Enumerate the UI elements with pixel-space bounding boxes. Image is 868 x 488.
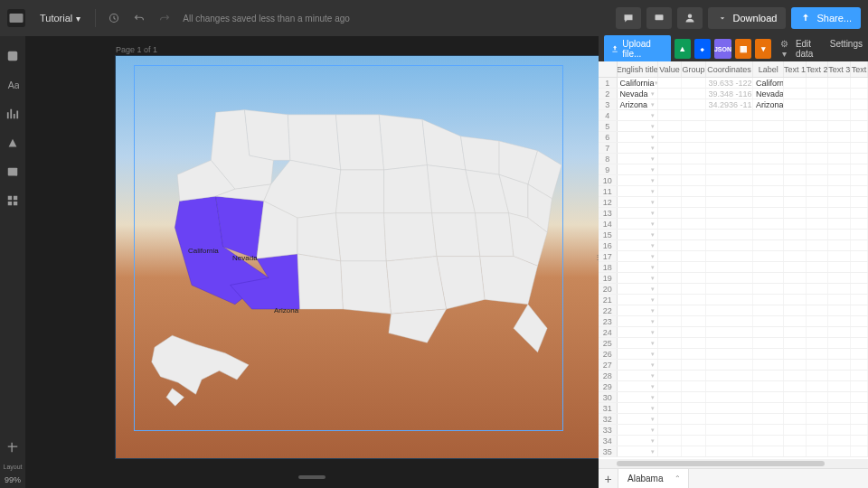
cell-group[interactable] bbox=[682, 305, 706, 315]
cell-text2[interactable] bbox=[807, 175, 829, 185]
cell-group[interactable] bbox=[682, 208, 706, 218]
zoom-level[interactable]: 99% bbox=[0, 475, 25, 484]
cell-text4[interactable] bbox=[851, 425, 868, 435]
cell-coord[interactable] bbox=[706, 360, 754, 370]
cell-text3[interactable] bbox=[828, 121, 851, 131]
table-row[interactable]: 6▾ bbox=[599, 132, 868, 143]
more-sources-button[interactable]: ▾ bbox=[755, 39, 771, 59]
col-label[interactable]: Label bbox=[753, 61, 784, 77]
cell-text1[interactable] bbox=[784, 110, 807, 120]
cell-text1[interactable] bbox=[784, 284, 807, 294]
cell-value[interactable] bbox=[658, 110, 683, 120]
table-row[interactable]: 14▾ bbox=[599, 219, 868, 230]
cell-text2[interactable] bbox=[807, 110, 829, 120]
cell-label[interactable] bbox=[753, 219, 784, 229]
cell-text1[interactable] bbox=[784, 338, 807, 348]
cell-title[interactable]: ▾ bbox=[618, 110, 658, 120]
cell-text1[interactable] bbox=[784, 251, 807, 261]
app-logo-icon[interactable] bbox=[7, 9, 25, 27]
collaborators-button[interactable] bbox=[677, 7, 703, 29]
document-title-dropdown[interactable]: Tutorial ▾ bbox=[33, 9, 88, 27]
cell-group[interactable] bbox=[682, 360, 706, 370]
cell-text4[interactable] bbox=[851, 230, 868, 239]
cell-text3[interactable] bbox=[828, 371, 851, 380]
cell-group[interactable] bbox=[682, 414, 706, 424]
cell-label[interactable] bbox=[753, 230, 784, 239]
table-row[interactable]: 4▾ bbox=[599, 110, 868, 121]
cell-text3[interactable] bbox=[828, 403, 851, 413]
cell-title[interactable]: ▾ bbox=[618, 349, 658, 359]
cell-text4[interactable] bbox=[851, 338, 868, 348]
cell-group[interactable] bbox=[682, 349, 706, 359]
cell-text1[interactable] bbox=[784, 262, 807, 272]
cell-value[interactable] bbox=[658, 349, 683, 359]
cell-text1[interactable] bbox=[784, 99, 807, 109]
cell-label[interactable] bbox=[753, 273, 784, 283]
cell-text3[interactable] bbox=[828, 78, 851, 88]
cell-text3[interactable] bbox=[828, 316, 851, 326]
cell-group[interactable] bbox=[682, 175, 706, 185]
cell-value[interactable] bbox=[658, 436, 683, 446]
cell-text4[interactable] bbox=[851, 349, 868, 359]
canvas-area[interactable]: Page 1 of 1 bbox=[25, 36, 599, 488]
cell-text2[interactable] bbox=[807, 197, 829, 207]
cell-coord[interactable] bbox=[706, 327, 754, 337]
cell-text4[interactable] bbox=[851, 327, 868, 337]
cell-label[interactable] bbox=[753, 381, 784, 391]
cell-coord[interactable] bbox=[706, 436, 754, 446]
json-source-button[interactable]: JSON bbox=[714, 39, 731, 59]
cell-text4[interactable] bbox=[851, 99, 868, 109]
cell-coord[interactable] bbox=[706, 414, 754, 424]
cell-text3[interactable] bbox=[828, 197, 851, 207]
cell-value[interactable] bbox=[658, 305, 683, 315]
cell-text3[interactable] bbox=[828, 414, 851, 424]
cell-label[interactable] bbox=[753, 208, 784, 218]
cell-coord[interactable] bbox=[706, 392, 754, 402]
cell-title[interactable]: ▾ bbox=[618, 208, 658, 218]
cell-group[interactable] bbox=[682, 327, 706, 337]
canvas-resize-handle[interactable] bbox=[298, 475, 326, 479]
cell-text2[interactable] bbox=[807, 381, 829, 391]
cell-coord[interactable] bbox=[706, 425, 754, 435]
cell-text4[interactable] bbox=[851, 305, 868, 315]
table-row[interactable]: 2Nevada▾39.348 -116.6504Nevada bbox=[599, 89, 868, 99]
grid-body[interactable]: 1California▾39.633 -122.032California2Ne… bbox=[599, 78, 868, 459]
cell-group[interactable] bbox=[682, 78, 706, 88]
download-button[interactable]: Download bbox=[708, 7, 787, 29]
cell-text3[interactable] bbox=[828, 143, 851, 153]
cell-text1[interactable] bbox=[784, 132, 807, 142]
table-row[interactable]: 20▾ bbox=[599, 284, 868, 295]
cell-coord[interactable]: 39.348 -116.6504 bbox=[706, 89, 754, 99]
cell-coord[interactable] bbox=[706, 284, 754, 294]
cell-value[interactable] bbox=[658, 154, 683, 164]
cell-label[interactable] bbox=[753, 240, 784, 250]
add-sheet-button[interactable]: + bbox=[599, 469, 618, 489]
cell-text2[interactable] bbox=[807, 446, 829, 456]
cell-value[interactable] bbox=[658, 425, 683, 435]
cell-text2[interactable] bbox=[807, 392, 829, 402]
cell-label[interactable] bbox=[753, 186, 784, 196]
cell-group[interactable] bbox=[682, 381, 706, 391]
cell-group[interactable] bbox=[682, 99, 706, 109]
cell-text3[interactable] bbox=[828, 392, 851, 402]
cell-text4[interactable] bbox=[851, 154, 868, 164]
cell-text2[interactable] bbox=[807, 273, 829, 283]
table-row[interactable]: 8▾ bbox=[599, 154, 868, 164]
cell-text2[interactable] bbox=[807, 208, 829, 218]
cell-coord[interactable]: 34.2936 -111.6596 bbox=[706, 99, 754, 109]
table-row[interactable]: 23▾ bbox=[599, 316, 868, 327]
cell-coord[interactable] bbox=[706, 219, 754, 229]
cell-text2[interactable] bbox=[807, 338, 829, 348]
cell-text1[interactable] bbox=[784, 295, 807, 305]
cell-group[interactable] bbox=[682, 316, 706, 326]
cell-text1[interactable] bbox=[784, 240, 807, 250]
cell-text4[interactable] bbox=[851, 175, 868, 185]
cell-title[interactable]: ▾ bbox=[618, 284, 658, 294]
cell-value[interactable] bbox=[658, 197, 683, 207]
cell-value[interactable] bbox=[658, 392, 683, 402]
cell-group[interactable] bbox=[682, 154, 706, 164]
cell-title[interactable]: ▾ bbox=[618, 197, 658, 207]
cell-text2[interactable] bbox=[807, 164, 829, 174]
cell-text1[interactable] bbox=[784, 305, 807, 315]
cell-text3[interactable] bbox=[828, 436, 851, 446]
